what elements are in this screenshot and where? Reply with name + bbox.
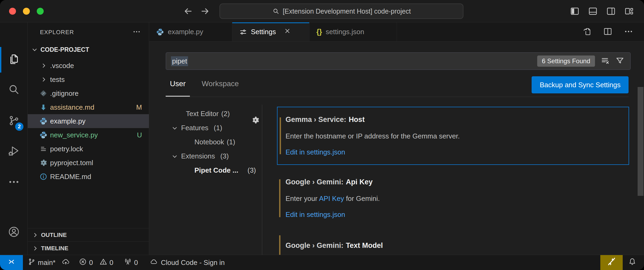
navigate-forward-button[interactable] [199, 6, 211, 17]
git-icon [39, 89, 47, 97]
results-count-badge: 6 Settings Found [537, 55, 595, 67]
cloud-code-status-item[interactable]: Cloud Code - Sign in [150, 258, 225, 268]
notifications-bell[interactable] [623, 255, 642, 270]
sidebar-title: EXPLORER [40, 29, 74, 36]
toggle-panel-icon[interactable] [588, 6, 598, 17]
sidebar-item-example-py[interactable]: example.py [28, 114, 149, 128]
timeline-section[interactable]: TIMELINE [28, 241, 149, 255]
remote-indicator[interactable] [0, 255, 23, 270]
more-actions-icon[interactable] [624, 27, 633, 37]
setting-row-gemini-text-model[interactable]: Google › Gemini:Text Model [277, 233, 629, 255]
sidebar-item-pyproject-toml[interactable]: pyproject.toml [28, 156, 149, 170]
file-label: poetry.lock [50, 145, 83, 153]
scope-tab-workspace[interactable]: Workspace [197, 75, 243, 97]
clear-search-icon[interactable] [601, 56, 610, 66]
api-key-link[interactable]: API Key [319, 194, 344, 202]
toc-item-features[interactable]: Features (1) [166, 121, 262, 135]
tree-root-code-project[interactable]: CODE-PROJECT [28, 42, 149, 57]
toc-label: Pipet Code ... [194, 166, 238, 174]
explorer-more-actions-icon[interactable] [132, 27, 141, 37]
toc-count: (3) [220, 152, 229, 160]
python-icon [39, 131, 47, 139]
command-center-search[interactable]: [Extension Development Host] code-projec… [219, 3, 463, 19]
toc-item-pipet-code[interactable]: Pipet Code ... (3) [166, 163, 262, 177]
problems-status-item[interactable]: 0 0 [79, 258, 113, 268]
description-text: for Gemini. [344, 194, 380, 202]
branch-status-item[interactable]: main* [28, 258, 70, 268]
ports-count: 0 [134, 259, 138, 267]
sidebar-item-poetry-lock[interactable]: poetry.lock [28, 142, 149, 156]
setting-gear-icon[interactable] [251, 116, 260, 125]
activity-search[interactable] [0, 76, 28, 104]
chevron-right-icon [31, 245, 39, 252]
toc-count: (3) [247, 166, 256, 174]
activity-more-views[interactable] [0, 169, 28, 196]
activity-run-debug[interactable] [0, 137, 28, 165]
settings-search-input[interactable]: pipet 6 Settings Found [166, 52, 631, 70]
chevron-down-icon [171, 124, 178, 132]
tab-label: example.py [168, 28, 203, 36]
tab-settings[interactable]: Settings [232, 22, 309, 41]
setting-description: Enter the hostname or IP address for the… [286, 131, 618, 141]
titlebar: [Extension Development Host] code-projec… [0, 0, 644, 22]
activity-bar: 2 1 [0, 22, 28, 255]
zoom-window-button[interactable] [37, 8, 44, 15]
settings-scrollbar[interactable] [638, 87, 643, 196]
split-editor-icon[interactable] [603, 27, 613, 37]
edit-in-settings-json-link[interactable]: Edit in settings.json [286, 147, 618, 157]
explorer-sidebar: EXPLORER CODE-PROJECT .vscode tests [28, 22, 149, 255]
file-label: new_service.py [50, 131, 98, 139]
activity-source-control[interactable]: 2 [0, 107, 28, 135]
toc-item-notebook[interactable]: Notebook (1) [166, 135, 262, 149]
setting-row-gemini-api-key[interactable]: Google › Gemini:Api Key Enter your API K… [277, 169, 629, 227]
sidebar-item-vscode[interactable]: .vscode [28, 59, 149, 73]
setting-name: Text Model [346, 241, 383, 249]
run-debug-icon [8, 145, 20, 158]
sync-changes-icon[interactable] [62, 258, 70, 268]
minimize-window-button[interactable] [23, 8, 30, 15]
tab-bar: example.py Settings {} settings.json [149, 22, 644, 42]
branch-label: main* [38, 259, 55, 267]
toggle-secondary-sidebar-icon[interactable] [606, 6, 616, 17]
backup-sync-settings-button[interactable]: Backup and Sync Settings [532, 76, 629, 93]
toc-label: Extensions [181, 152, 215, 160]
filter-icon[interactable] [616, 56, 624, 66]
edit-in-settings-json-link[interactable]: Edit in settings.json [286, 210, 618, 219]
toc-item-extensions[interactable]: Extensions (3) [166, 149, 262, 163]
toggle-primary-sidebar-icon[interactable] [570, 6, 580, 17]
file-label: example.py [50, 117, 85, 125]
description-text: Enter your [286, 194, 319, 202]
open-changes-icon[interactable] [582, 27, 592, 37]
tab-settings-json[interactable]: {} settings.json [309, 22, 397, 41]
lock-file-icon [39, 145, 47, 153]
setting-row-gemma-host[interactable]: Gemma › Service:Host Enter the hostname … [277, 107, 629, 165]
scope-tab-user[interactable]: User [166, 75, 190, 97]
navigate-back-button[interactable] [182, 6, 194, 17]
file-tree: .vscode tests .gitignore assistance [28, 57, 149, 184]
command-center-title: [Extension Development Host] code-projec… [283, 7, 411, 15]
sidebar-item-assistance-md[interactable]: assistance.md M [28, 100, 149, 114]
settings-search-controls: 6 Settings Found [537, 55, 624, 67]
sidebar-item-readme-md[interactable]: README.md [28, 170, 149, 184]
activity-accounts[interactable] [0, 219, 28, 246]
tab-example-py[interactable]: example.py [149, 22, 232, 41]
toc-item-text-editor[interactable]: Text Editor (2) [166, 107, 262, 121]
modified-indicator [279, 235, 280, 255]
sidebar-item-tests[interactable]: tests [28, 73, 149, 86]
toc-label: Notebook [194, 138, 224, 146]
python-icon [39, 117, 47, 125]
ports-status-item[interactable]: 0 [124, 258, 138, 268]
customize-layout-icon[interactable] [624, 6, 634, 17]
gemini-spark-status-item[interactable] [600, 255, 623, 270]
file-label: pyproject.toml [50, 159, 93, 167]
bell-icon [628, 257, 637, 268]
sidebar-header: EXPLORER [28, 22, 149, 42]
sidebar-item-new-service-py[interactable]: new_service.py U [28, 128, 149, 142]
close-window-button[interactable] [9, 8, 16, 15]
outline-section[interactable]: OUTLINE [28, 228, 149, 241]
activity-explorer[interactable] [0, 46, 28, 74]
setting-category: Gemma › Service: [286, 116, 346, 124]
close-icon[interactable] [284, 27, 291, 36]
chevron-right-icon [31, 231, 39, 239]
sidebar-item-gitignore[interactable]: .gitignore [28, 86, 149, 100]
